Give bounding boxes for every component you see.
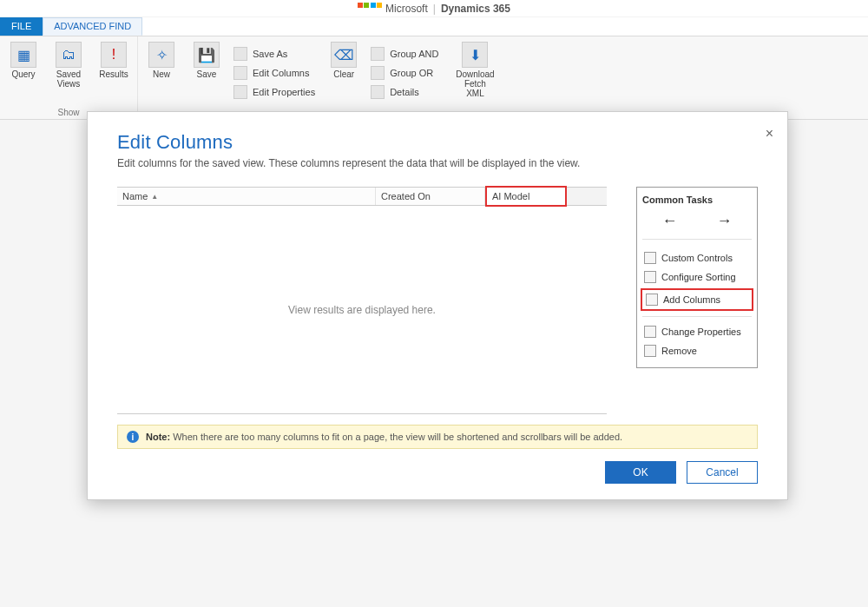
column-header-created-on[interactable]: Created On bbox=[376, 188, 485, 205]
change-properties-icon bbox=[644, 326, 656, 338]
close-button[interactable]: × bbox=[766, 126, 773, 142]
details-icon bbox=[371, 85, 385, 99]
column-header-filler bbox=[567, 188, 607, 205]
grid-placeholder: View results are displayed here. bbox=[117, 206, 607, 413]
brand-product: Dynamics 365 bbox=[441, 3, 510, 15]
save-as-button[interactable]: Save As bbox=[233, 45, 315, 63]
edit-properties-icon bbox=[233, 85, 247, 99]
info-icon: i bbox=[127, 431, 139, 443]
add-columns-icon bbox=[646, 294, 658, 306]
saved-views-icon: 🗂 bbox=[56, 42, 82, 68]
edit-columns-dialog: × Edit Columns Edit columns for the save… bbox=[87, 111, 788, 500]
columns-grid: Name▲ Created On AI Model View results a… bbox=[117, 187, 607, 414]
edit-columns-icon bbox=[233, 66, 247, 80]
group-or-icon bbox=[371, 66, 385, 80]
brand-bar: Microsoft | Dynamics 365 bbox=[0, 0, 868, 17]
save-button[interactable]: 💾Save bbox=[188, 42, 225, 79]
ribbon-group-debug: ⬇Download Fetch XML bbox=[444, 36, 506, 119]
brand-ms: Microsoft bbox=[385, 3, 428, 15]
edit-columns-button[interactable]: Edit Columns bbox=[233, 64, 315, 82]
ok-button[interactable]: OK bbox=[605, 461, 676, 484]
remove-icon bbox=[644, 345, 656, 357]
configure-sorting-link[interactable]: Configure Sorting bbox=[642, 267, 752, 287]
task-separator bbox=[642, 316, 752, 317]
results-button[interactable]: !Results bbox=[95, 42, 132, 79]
saved-views-button[interactable]: 🗂Saved Views bbox=[50, 42, 87, 89]
cancel-button[interactable]: Cancel bbox=[687, 461, 758, 484]
common-tasks-panel: Common Tasks ← → Custom Controls Configu… bbox=[636, 187, 758, 368]
details-button[interactable]: Details bbox=[371, 83, 438, 101]
tab-row: FILE ADVANCED FIND bbox=[0, 17, 868, 36]
new-button[interactable]: ✧New bbox=[143, 42, 180, 79]
tab-advanced-find[interactable]: ADVANCED FIND bbox=[43, 17, 142, 36]
query-button[interactable]: ▦Query bbox=[5, 42, 42, 79]
ribbon: ▦Query 🗂Saved Views !Results Show ✧New 💾… bbox=[0, 36, 868, 120]
sort-asc-icon: ▲ bbox=[151, 193, 158, 201]
group-or-button[interactable]: Group OR bbox=[371, 64, 438, 82]
ribbon-group-show: ▦Query 🗂Saved Views !Results Show bbox=[0, 36, 138, 119]
column-header-ai-model[interactable]: AI Model bbox=[485, 186, 567, 207]
ribbon-save-stack: Save As Edit Columns Edit Properties bbox=[233, 42, 315, 101]
save-as-icon bbox=[233, 47, 247, 61]
dialog-subtitle: Edit columns for the saved view. These c… bbox=[117, 157, 758, 169]
common-tasks-heading: Common Tasks bbox=[642, 195, 752, 205]
add-columns-link[interactable]: Add Columns bbox=[641, 288, 753, 311]
configure-sorting-icon bbox=[644, 271, 656, 283]
custom-controls-link[interactable]: Custom Controls bbox=[642, 248, 752, 267]
save-icon: 💾 bbox=[194, 42, 220, 68]
remove-link[interactable]: Remove bbox=[642, 341, 752, 360]
edit-properties-button[interactable]: Edit Properties bbox=[233, 83, 315, 101]
results-icon: ! bbox=[101, 42, 127, 68]
clear-button[interactable]: ⌫Clear bbox=[326, 42, 362, 79]
move-left-button[interactable]: ← bbox=[662, 212, 678, 230]
dialog-title: Edit Columns bbox=[117, 131, 758, 154]
note-label: Note: bbox=[146, 432, 170, 442]
move-right-button[interactable]: → bbox=[717, 212, 733, 230]
custom-controls-icon bbox=[644, 252, 656, 264]
clear-icon: ⌫ bbox=[331, 42, 357, 68]
change-properties-link[interactable]: Change Properties bbox=[642, 322, 752, 341]
group-and-button[interactable]: Group AND bbox=[371, 45, 438, 63]
brand-separator: | bbox=[433, 3, 436, 15]
ribbon-group-new: ✧New 💾Save Save As Edit Columns Edit Pro… bbox=[138, 36, 320, 119]
note-bar: i Note: When there are too many columns … bbox=[117, 425, 758, 449]
note-text: When there are too many columns to fit o… bbox=[173, 432, 622, 442]
ribbon-group-query: ⌫Clear Group AND Group OR Details bbox=[320, 36, 444, 119]
download-fetch-xml-button[interactable]: ⬇Download Fetch XML bbox=[449, 42, 501, 98]
column-header-name[interactable]: Name▲ bbox=[117, 188, 376, 205]
group-and-icon bbox=[371, 47, 385, 61]
microsoft-logo-icon bbox=[358, 3, 382, 15]
download-fetch-icon: ⬇ bbox=[462, 42, 488, 68]
new-icon: ✧ bbox=[148, 42, 174, 68]
columns-header: Name▲ Created On AI Model bbox=[117, 187, 607, 206]
ribbon-group-stack: Group AND Group OR Details bbox=[371, 42, 438, 101]
tab-file[interactable]: FILE bbox=[0, 17, 43, 36]
query-icon: ▦ bbox=[10, 42, 36, 68]
